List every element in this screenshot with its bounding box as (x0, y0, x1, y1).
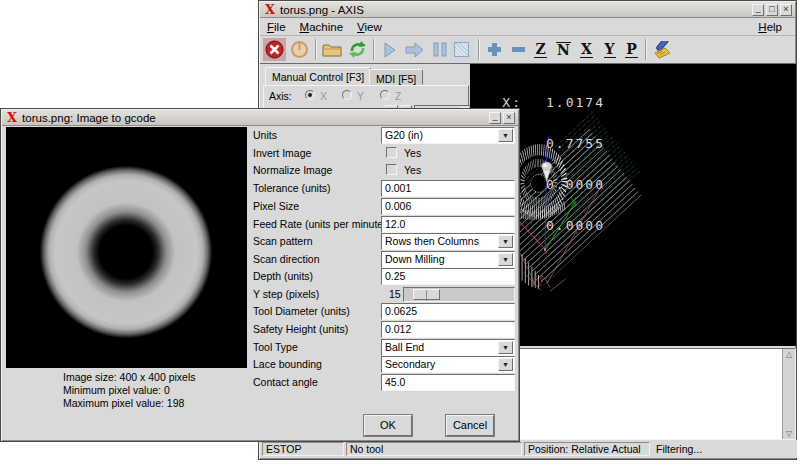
brush-icon (651, 41, 672, 59)
maximize-button[interactable]: □ (766, 4, 778, 16)
close-button[interactable]: × (780, 4, 792, 16)
view-p-label: P (625, 42, 638, 58)
step-arrow-icon (405, 43, 424, 57)
lace-bounding-dropdown[interactable]: Secondary ▼ (381, 356, 515, 373)
normalize-image-checkbox-label[interactable]: Yes (404, 164, 421, 177)
view-x-label: X (580, 42, 593, 58)
reload-button[interactable] (346, 38, 369, 61)
menu-view[interactable]: View (350, 20, 389, 34)
invert-image-checkbox[interactable] (386, 147, 397, 158)
zoom-out-button[interactable] (507, 38, 530, 61)
field-label-invert: Invert Image (253, 145, 383, 162)
view-x-button[interactable]: X (575, 38, 598, 61)
scan-direction-value: Down Milling (385, 253, 445, 265)
tool-type-value: Ball End (385, 341, 424, 353)
field-label-tolerance: Tolerance (units) (253, 180, 383, 197)
menu-machine[interactable]: Machine (293, 20, 350, 34)
status-position: Position: Relative Actual (524, 442, 650, 456)
clear-plot-button[interactable] (650, 38, 673, 61)
field-label-scan-pattern: Scan pattern (253, 233, 383, 250)
dropdown-arrow-icon: ▼ (498, 341, 513, 354)
tab-manual-control-label: Manual Control [F3] (272, 71, 364, 83)
cancel-button[interactable]: Cancel (446, 415, 494, 436)
view-z-button[interactable]: Z (529, 38, 552, 61)
radio-axis-x[interactable] (305, 90, 315, 100)
radio-axis-x-label: X (320, 90, 327, 102)
dialog-titlebar[interactable]: X torus.png: Image to gcode _ × (2, 110, 518, 126)
tolerance-input[interactable]: 0.001 (381, 180, 515, 197)
torus-gradient (11, 137, 241, 367)
scroll-up-icon[interactable]: △ (783, 349, 795, 360)
field-label-feed-rate: Feed Rate (units per minute) (253, 216, 383, 233)
field-label-scan-direction: Scan direction (253, 251, 383, 268)
dropdown-arrow-icon: ▼ (498, 253, 513, 266)
stop-button[interactable] (450, 38, 473, 61)
field-label-normalize: Normalize Image (253, 162, 383, 179)
status-task: Filtering... (652, 442, 795, 456)
y-step-slider[interactable] (403, 287, 515, 302)
scroll-down-icon[interactable]: ▽ (783, 428, 795, 439)
image-info: Image size: 400 x 400 pixels Minimum pix… (63, 371, 196, 410)
view-z2-button[interactable]: N (552, 38, 575, 61)
dropdown-arrow-icon: ▼ (498, 129, 513, 142)
tab-mdi-label: MDI [F5] (376, 73, 416, 85)
field-label-pixel-size: Pixel Size (253, 198, 383, 215)
scan-direction-dropdown[interactable]: Down Milling ▼ (381, 251, 515, 268)
tool-type-dropdown[interactable]: Ball End ▼ (381, 339, 515, 356)
view-p-button[interactable]: P (620, 38, 643, 61)
zoom-in-button[interactable] (483, 38, 506, 61)
open-file-button[interactable] (320, 38, 343, 61)
step-button[interactable] (403, 38, 426, 61)
depth-input[interactable]: 0.25 (381, 268, 515, 285)
gcode-scrollbar[interactable]: △ ▽ (782, 349, 795, 439)
plus-icon (487, 42, 502, 57)
contact-angle-input[interactable]: 45.0 (381, 374, 515, 391)
status-estop: ESTOP (262, 442, 344, 456)
estop-icon (265, 40, 284, 59)
machine-power-button[interactable] (288, 38, 311, 61)
reload-icon (348, 40, 367, 59)
folder-icon (322, 42, 342, 58)
menu-help[interactable]: Help (751, 20, 789, 34)
dialog-title: torus.png: Image to gcode (22, 112, 156, 124)
safety-height-input[interactable]: 0.012 (381, 321, 515, 338)
field-label-lace-bounding: Lace bounding (253, 356, 383, 373)
units-dropdown[interactable]: G20 (in) ▼ (381, 127, 515, 144)
lace-bounding-value: Secondary (385, 358, 435, 370)
image-info-size: Image size: 400 x 400 pixels (63, 371, 196, 384)
menubar: File Machine View Help (260, 19, 795, 36)
axis-titlebar[interactable]: X torus.png - AXIS _ □ × (260, 2, 795, 18)
power-icon (290, 40, 309, 59)
minus-icon (511, 46, 526, 53)
menu-file[interactable]: File (260, 20, 293, 34)
view-z-label: Z (534, 42, 546, 58)
status-tool: No tool (346, 442, 522, 456)
y-step-slider-handle[interactable] (413, 289, 440, 300)
radio-axis-z[interactable] (380, 90, 390, 100)
pause-button[interactable] (428, 38, 451, 61)
radio-axis-y[interactable] (342, 90, 352, 100)
units-value: G20 (in) (385, 129, 423, 141)
toolbar-separator (373, 39, 375, 60)
ok-button[interactable]: OK (364, 415, 412, 436)
estop-button[interactable] (263, 38, 286, 61)
dialog-close-button[interactable]: × (503, 112, 515, 124)
tool-diameter-input[interactable]: 0.0625 (381, 303, 515, 320)
normalize-image-checkbox[interactable] (386, 164, 397, 175)
field-label-units: Units (253, 127, 383, 144)
scan-pattern-value: Rows then Columns (385, 235, 479, 247)
dialog-minimize-button[interactable]: _ (489, 112, 501, 124)
run-button[interactable] (378, 38, 401, 61)
view-y-button[interactable]: Y (598, 38, 621, 61)
view-z2-label: N (556, 42, 571, 58)
axis-window-title: torus.png - AXIS (280, 4, 364, 16)
tab-manual-control[interactable]: Manual Control [F3] (265, 67, 371, 85)
stop-icon (454, 42, 469, 57)
feed-rate-input[interactable]: 12.0 (381, 216, 515, 233)
scan-pattern-dropdown[interactable]: Rows then Columns ▼ (381, 233, 515, 250)
pixel-size-input[interactable]: 0.006 (381, 198, 515, 215)
minimize-button[interactable]: _ (752, 4, 764, 16)
tab-mdi[interactable]: MDI [F5] (369, 69, 423, 85)
invert-image-checkbox-label[interactable]: Yes (404, 147, 421, 160)
dropdown-arrow-icon: ▼ (498, 358, 513, 371)
